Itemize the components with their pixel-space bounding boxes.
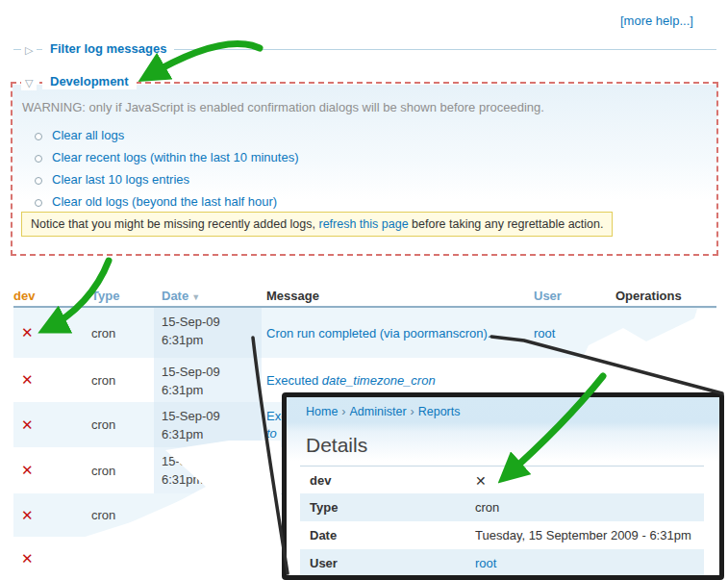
detail-row-date: Date Tuesday, 15 September 2009 - 6:31pm [300,521,704,550]
column-header-type[interactable]: Type [91,289,119,303]
delete-log-icon[interactable]: ✕ [21,358,34,402]
collapsed-arrow-icon[interactable]: ▷ [21,42,37,58]
log-date: 15-Sep-09 [162,452,262,470]
log-date: 15-Sep-09 [162,363,262,381]
delete-log-icon[interactable]: ✕ [21,493,34,537]
detail-label: User [310,549,338,577]
log-message-link[interactable]: Cron run completed (via poormanscron). [266,326,490,340]
log-date-cell: 15-Sep-09 6:31pm [154,358,262,402]
column-header-dev: dev [13,289,35,303]
breadcrumb-reports-link[interactable]: Reports [418,405,461,418]
log-row: ✕ cron 15-Sep-09 6:31pm Cron run complet… [13,308,716,359]
clear-all-logs-link[interactable]: Clear all logs [52,128,124,145]
detail-label: Type [310,493,338,521]
delete-log-icon[interactable]: ✕ [21,537,34,580]
log-type: cron [91,358,115,402]
clear-old-logs-link[interactable]: Clear old logs (beyond the last half hou… [52,194,277,212]
message-text: Executed [266,373,322,388]
column-header-message: Message [266,289,319,303]
annotation-dashed-border-bottom [11,254,718,256]
annotation-dashed-border-right [716,82,718,256]
column-header-operations: Operations [615,289,682,303]
log-type: cron [91,493,115,537]
message-emphasis: date_timezone_cron [322,373,436,388]
detail-row-type: Type cron [300,493,704,522]
log-message-link[interactable]: Executed date_timezone_cron [266,373,436,388]
more-help-link[interactable]: [more help...] [620,13,693,28]
log-time: 6:31pm [162,470,262,489]
breadcrumb-separator: › [407,405,418,418]
sort-descending-icon[interactable]: ▼ [191,292,200,302]
bullet-icon [35,199,42,207]
delete-log-icon[interactable]: ✕ [21,308,34,358]
clear-last-10-logs-link[interactable]: Clear last 10 logs entries [52,172,189,189]
column-header-date[interactable]: Date▼ [162,289,200,303]
column-header-user[interactable]: User [534,289,562,303]
log-type: cron [91,402,115,447]
delete-log-icon[interactable]: ✕ [475,467,487,494]
log-time: 6:31pm [162,381,262,399]
breadcrumb: Home›Administer›Reports [306,405,461,418]
detail-row-dev: dev ✕ [300,466,704,495]
clear-recent-logs-link[interactable]: Clear recent logs (within the last 10 mi… [52,150,299,167]
log-date-cell: 15-Sep-09 6:31pm [154,402,262,447]
bullet-icon [35,177,42,185]
filter-fieldset-legend[interactable]: Filter log messages [42,40,174,57]
missing-logs-notice: Notice that you might be missing recentl… [21,212,613,237]
log-date-cell: 15-Sep-09 6:31pm [154,308,262,358]
bullet-icon [35,155,42,163]
detail-label: dev [310,467,331,494]
detail-value: cron [475,493,499,521]
delete-log-icon[interactable]: ✕ [21,447,34,493]
refresh-page-link[interactable]: refresh this page [318,217,408,231]
breadcrumb-separator: › [338,405,349,418]
breadcrumb-home-link[interactable]: Home [306,405,338,418]
development-fieldset-legend[interactable]: Development [42,73,137,89]
log-time: 6:31pm [162,331,262,349]
breadcrumb-administer-link[interactable]: Administer [350,405,407,418]
detail-user-link[interactable]: root [475,556,496,570]
log-type: cron [91,308,115,358]
detail-label: Date [310,521,337,549]
log-date-cell: 15-Sep-09 6:31pm [154,447,262,493]
notice-text-pre: Notice that you might be missing recentl… [31,217,318,231]
annotation-dashed-border-left [11,82,13,256]
log-user-link[interactable]: root [534,326,555,340]
notice-text-post: before taking any regrettable action. [409,217,604,231]
date-sort-label[interactable]: Date [162,289,188,303]
expanded-arrow-icon[interactable]: ▽ [21,75,37,90]
detail-row-user: User root [300,549,704,578]
log-messages-page: [more help...] ▷ Filter log messages ▽ D… [0,0,728,580]
log-date: 15-Sep-09 [162,313,262,331]
log-date: 15-Sep-09 [162,407,262,425]
log-time: 6:31pm [162,425,262,443]
page-title: Details [306,434,367,457]
javascript-warning-text: WARNING: only if JavaScript is enabled c… [22,100,544,114]
delete-log-icon[interactable]: ✕ [21,402,34,447]
detail-value: Tuesday, 15 September 2009 - 6:31pm [475,521,691,549]
details-inset-screenshot: Home›Administer›Reports Details dev ✕ Ty… [282,392,724,580]
log-type: cron [91,447,115,493]
bullet-icon [35,133,42,140]
